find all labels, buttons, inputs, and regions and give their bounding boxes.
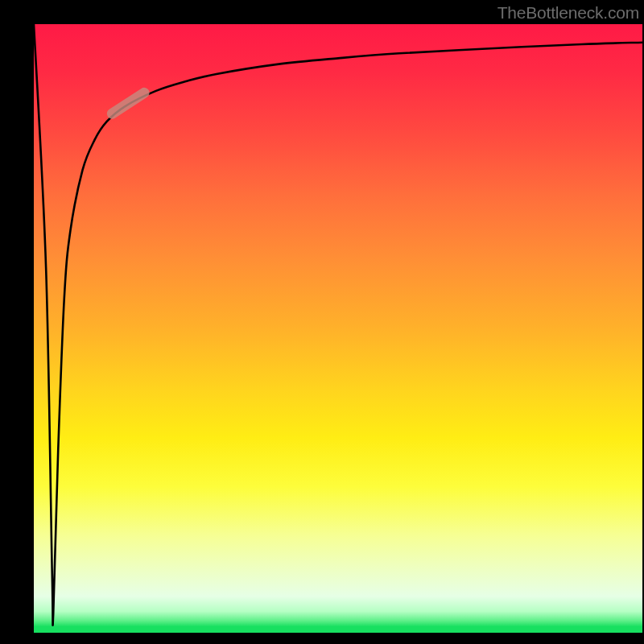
curve-layer <box>34 24 642 633</box>
plot-area <box>34 24 642 633</box>
curve-marker <box>105 85 151 121</box>
chart-frame: TheBottleneck.com <box>0 0 644 644</box>
bottleneck-curve <box>34 24 642 625</box>
source-credit: TheBottleneck.com <box>497 3 639 23</box>
